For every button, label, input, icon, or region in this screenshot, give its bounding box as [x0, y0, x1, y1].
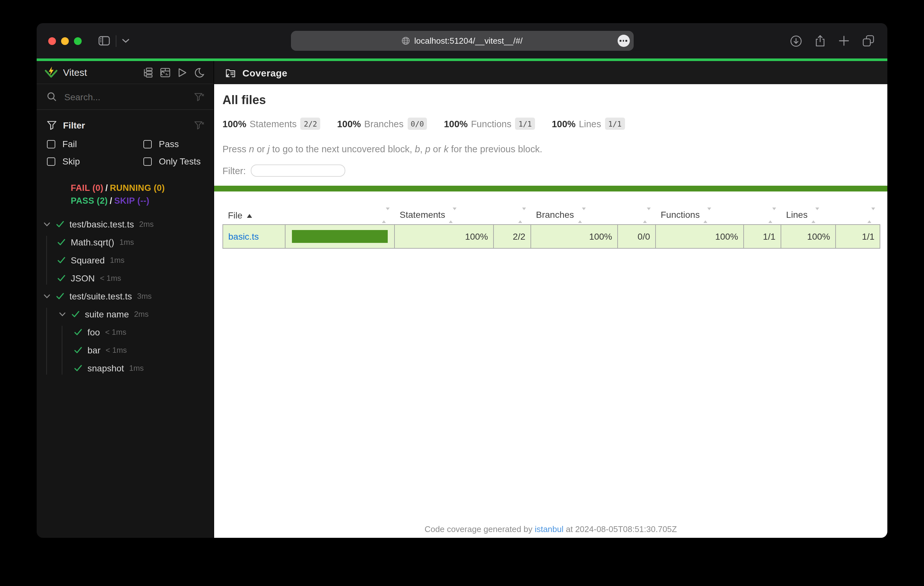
checkbox-icon[interactable] — [144, 140, 152, 148]
filter-checkbox-skip[interactable]: Skip — [47, 156, 144, 166]
table-row: basic.ts 100% 2/2 100% 0/0 100% 1/1 100%… — [223, 225, 880, 249]
filter-checkbox-only-tests[interactable]: Only Tests — [144, 156, 205, 166]
downloads-icon[interactable] — [790, 35, 802, 46]
pass-check-icon — [74, 328, 82, 336]
dark-mode-toggle-icon[interactable] — [194, 67, 205, 77]
column-header-lines[interactable]: Lines — [781, 206, 836, 225]
istanbul-link[interactable]: istanbul — [535, 524, 564, 534]
coverage-stats: 100%Statements2/2 100%Branches0/0 100%Fu… — [223, 118, 879, 130]
tree-item-test[interactable]: foo < 1ms — [37, 323, 213, 341]
dashboard-report-icon[interactable] — [160, 67, 170, 77]
tree-item-test[interactable]: Math.sqrt() 1ms — [37, 233, 213, 251]
stat-branches: 100%Branches0/0 — [337, 118, 427, 130]
sidebar-toggle-icon[interactable] — [98, 36, 110, 46]
stat-fraction-badge: 1/1 — [605, 118, 625, 130]
branches-pct-cell: 100% — [531, 225, 618, 249]
search-input[interactable] — [63, 91, 188, 102]
column-header-chart[interactable] — [285, 206, 394, 225]
address-bar[interactable]: localhost:51204/__vitest__/#/ — [290, 31, 634, 51]
coverage-status-bar — [214, 186, 887, 191]
screenshot-root: localhost:51204/__vitest__/#/ — [0, 0, 924, 586]
tree-item-file[interactable]: test/basic.test.ts 2ms — [37, 215, 213, 233]
page-settings-button[interactable] — [617, 35, 630, 47]
chevron-down-icon[interactable] — [44, 294, 50, 299]
tree-item-test[interactable]: Squared 1ms — [37, 251, 213, 269]
main-panel: Coverage All files 100%Statements2/2 100… — [214, 61, 887, 538]
sort-icon — [768, 211, 776, 221]
file-link[interactable]: basic.ts — [228, 232, 259, 242]
functions-raw-cell: 1/1 — [744, 225, 781, 249]
report-footer: Code coverage generated by istanbul at 2… — [214, 524, 887, 534]
column-header-statements-raw[interactable] — [493, 206, 531, 225]
tree-item-test[interactable]: snapshot 1ms — [37, 359, 213, 377]
share-icon[interactable] — [815, 35, 826, 47]
globe-icon — [401, 37, 410, 45]
zoom-window-button[interactable] — [74, 37, 82, 44]
funnel-icon — [47, 121, 56, 130]
toolbar-right-group — [790, 23, 874, 58]
browser-window: localhost:51204/__vitest__/#/ — [37, 23, 887, 538]
accent-green-line — [37, 58, 887, 61]
filter-title: Filter — [63, 120, 85, 130]
tree-guide-line — [62, 326, 63, 375]
test-tree: test/basic.test.ts 2ms Math.sqrt() 1ms — [37, 215, 213, 538]
column-header-statements[interactable]: Statements — [394, 206, 493, 225]
tree-item-test[interactable]: bar < 1ms — [37, 341, 213, 359]
checkbox-icon[interactable] — [47, 157, 55, 165]
sort-icon — [643, 211, 650, 221]
filter-section: Filter Fail — [37, 110, 213, 169]
summary-line-2: PASS (2)/SKIP (--) — [71, 195, 213, 207]
filter-label: Filter: — [223, 165, 246, 176]
pass-check-icon — [74, 364, 82, 372]
statements-raw-cell: 2/2 — [493, 225, 531, 249]
column-header-functions[interactable]: Functions — [655, 206, 744, 225]
search-icon — [47, 92, 56, 102]
toolbar-divider — [116, 35, 116, 46]
stat-fraction-badge: 1/1 — [515, 118, 535, 130]
tree-item-file[interactable]: test/suite.test.ts 3ms — [37, 287, 213, 305]
chevron-down-icon[interactable] — [44, 222, 50, 227]
sidebar-header: Vitest — [37, 61, 213, 84]
stat-statements: 100%Statements2/2 — [223, 118, 320, 130]
sidebar-header-icons — [143, 67, 205, 77]
keyboard-hint: Press n or j to go to the next uncovered… — [223, 144, 879, 154]
coverage-table: File Statements Branches Functions Lines — [223, 206, 880, 249]
tree-item-test[interactable]: JSON < 1ms — [37, 269, 213, 287]
column-header-branches-raw[interactable] — [618, 206, 655, 225]
checkbox-icon[interactable] — [144, 157, 152, 165]
close-window-button[interactable] — [48, 37, 56, 44]
pass-check-icon — [57, 239, 66, 246]
column-header-branches[interactable]: Branches — [531, 206, 618, 225]
filter-checkbox-fail[interactable]: Fail — [47, 139, 144, 149]
filter-checkbox-pass[interactable]: Pass — [144, 139, 205, 149]
page-title: All files — [223, 93, 879, 107]
url-text: localhost:51204/__vitest__/#/ — [414, 36, 523, 46]
tab-overview-icon[interactable] — [862, 35, 874, 47]
checkbox-icon[interactable] — [47, 140, 55, 148]
pass-check-icon — [56, 221, 64, 228]
clear-search-filter-icon[interactable] — [194, 92, 205, 101]
tree-item-suite[interactable]: suite name 2ms — [37, 305, 213, 323]
clear-filter-icon[interactable] — [194, 121, 205, 130]
minimize-window-button[interactable] — [61, 37, 69, 44]
new-tab-icon[interactable] — [838, 35, 850, 46]
stat-functions: 100%Functions1/1 — [444, 118, 535, 130]
search-bar — [37, 84, 213, 110]
test-tree-view-icon[interactable] — [143, 67, 153, 77]
column-header-functions-raw[interactable] — [744, 206, 781, 225]
file-filter-row: Filter: — [223, 165, 879, 177]
column-header-lines-raw[interactable] — [836, 206, 880, 225]
sort-icon — [449, 211, 457, 221]
sidebar-menu-chevron-icon[interactable] — [122, 39, 129, 43]
coverage-bar-cell — [285, 225, 394, 249]
filter-options: Fail Pass Skip Only Tests — [47, 139, 205, 166]
tree-guide-line — [46, 308, 47, 375]
sidebar: Vitest — [37, 61, 214, 538]
column-header-file[interactable]: File — [223, 206, 285, 225]
vitest-logo-icon — [45, 66, 58, 79]
run-all-icon[interactable] — [177, 67, 187, 77]
file-filter-input[interactable] — [251, 165, 346, 177]
sort-icon — [867, 211, 875, 221]
stat-fraction-badge: 0/0 — [408, 118, 427, 130]
chevron-down-icon[interactable] — [59, 312, 66, 317]
